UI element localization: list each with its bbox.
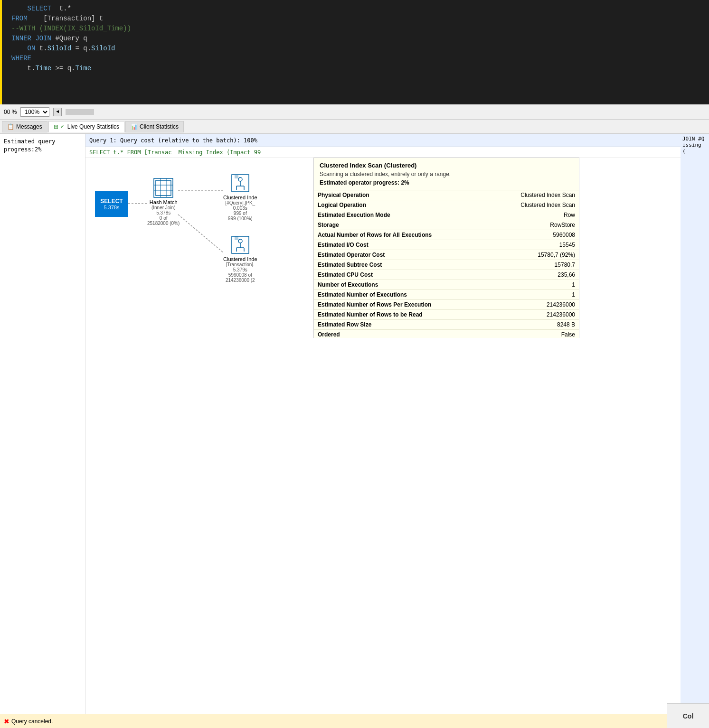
tooltip-row-2: Estimated Execution ModeRow xyxy=(314,210,579,220)
hash-match-rows2: 25182000 (0%) xyxy=(147,221,180,226)
tooltip-title: Clustered Index Scan (Clustered) xyxy=(320,162,573,169)
tooltip-description: Scanning a clustered index, entirely or … xyxy=(320,171,573,177)
query-details: SELECT t.* FROM [Transac Missing Index (… xyxy=(85,147,709,158)
svg-rect-3 xyxy=(154,178,173,197)
tooltip-prop-value-6: 15780,7 (92%) xyxy=(460,250,579,260)
tooltip-prop-value-9: 1 xyxy=(460,280,579,290)
live-query-icon: ⊞ xyxy=(54,123,58,130)
tooltip-prop-value-10: 1 xyxy=(460,290,579,300)
tooltip-prop-value-5: 15545 xyxy=(460,240,579,250)
tooltip-row-14: OrderedFalse xyxy=(314,330,579,338)
scroll-left-button[interactable]: ◄ xyxy=(53,108,62,116)
tooltip-prop-value-4: 5960008 xyxy=(460,230,579,240)
select-node-cost: 5.378s xyxy=(104,205,119,210)
clustered-index-1-cost: 0.003s xyxy=(233,205,247,211)
col-indicator: Col xyxy=(667,703,709,728)
tooltip-row-11: Estimated Number of Rows Per Execution21… xyxy=(314,300,579,310)
tooltip-row-4: Actual Number of Rows for All Executions… xyxy=(314,230,579,240)
tooltip-prop-label-13: Estimated Row Size xyxy=(314,320,460,330)
tab-client-stats-label: Client Statistics xyxy=(140,123,179,130)
tooltip-row-1: Logical OperationClustered Index Scan xyxy=(314,200,579,210)
select-node-label: SELECT xyxy=(100,198,123,205)
hash-match-sublabel: (Inner Join) xyxy=(151,205,176,210)
tooltip-prop-label-12: Estimated Number of Rows to be Read xyxy=(314,310,460,320)
tooltip-prop-value-14: False xyxy=(460,330,579,338)
tabs-row: 📋 Messages ⊞ ✓ Live Query Statistics 📊 C… xyxy=(0,120,709,134)
missing-index-text: Missing Index (Impact 99 xyxy=(179,149,261,156)
scroll-bar[interactable] xyxy=(66,109,94,115)
clustered-index-1-label: Clustered Inde xyxy=(223,195,257,200)
tab-messages[interactable]: 📋 Messages xyxy=(2,121,47,132)
tooltip-row-12: Estimated Number of Rows to be Read21423… xyxy=(314,310,579,320)
clustered-index-1-sublabel: [#Query].[PK_ xyxy=(225,200,255,205)
status-bar: ✖ Query canceled. xyxy=(0,714,709,728)
sql-line-2: FROM [Transaction] t xyxy=(11,14,703,24)
progress-label: progress:2% xyxy=(4,146,81,154)
message-icon: 📋 xyxy=(7,123,14,130)
svg-line-2 xyxy=(178,215,223,252)
tooltip-prop-label-4: Actual Number of Rows for All Executions xyxy=(314,230,460,240)
clustered-index-1-rows2: 999 (100%) xyxy=(228,216,253,221)
clustered-index-2-label: Clustered Inde xyxy=(223,256,257,262)
select-node[interactable]: SELECT 5.378s xyxy=(95,191,128,217)
select-text: SELECT t.* FROM [Transac xyxy=(89,149,171,156)
tooltip-prop-value-7: 15780,7 xyxy=(460,260,579,270)
hash-match-node[interactable]: Hash Match (Inner Join) 5.378s 0 of 2518… xyxy=(147,177,180,226)
tooltip-row-10: Estimated Number of Executions1 xyxy=(314,290,579,300)
clustered-index-1-node[interactable]: Clustered Inde [#Query].[PK_ 0.003s 999 … xyxy=(223,172,257,221)
hash-match-rows: 0 of xyxy=(160,215,168,221)
svg-point-17 xyxy=(238,239,242,243)
tooltip-prop-label-5: Estimated I/O Cost xyxy=(314,240,460,250)
tooltip-prop-value-1: Clustered Index Scan xyxy=(460,200,579,210)
sql-line-6: WHERE xyxy=(11,54,703,64)
clustered-index-2-sublabel: [Transaction]. xyxy=(226,262,255,267)
hash-match-label: Hash Match xyxy=(150,199,178,205)
tooltip-prop-label-3: Storage xyxy=(314,220,460,230)
hash-match-cost: 5.378s xyxy=(156,210,170,215)
sql-editor[interactable]: SELECT t.* FROM [Transaction] t --WITH (… xyxy=(0,0,709,104)
right-overflow-line2: issing ( xyxy=(682,142,707,154)
tooltip-prop-value-11: 214236000 xyxy=(460,300,579,310)
tooltip-panel: Clustered Index Scan (Clustered) Scannin… xyxy=(313,158,579,338)
tooltip-row-8: Estimated CPU Cost235,66 xyxy=(314,270,579,280)
tooltip-prop-label-1: Logical Operation xyxy=(314,200,460,210)
tab-client-statistics[interactable]: 📊 Client Statistics xyxy=(125,121,184,132)
clustered-index-2-cost: 5.379s xyxy=(233,267,247,272)
clustered-index-1-rows: 999 of xyxy=(234,211,247,216)
tooltip-prop-value-13: 8248 B xyxy=(460,320,579,330)
hash-match-icon xyxy=(152,177,175,199)
tooltip-row-0: Physical OperationClustered Index Scan xyxy=(314,190,579,200)
svg-rect-15 xyxy=(235,175,238,178)
right-overflow: JOIN #Q issing ( xyxy=(681,134,709,714)
tooltip-prop-label-2: Estimated Execution Mode xyxy=(314,210,460,220)
tab-live-query-label: Live Query Statistics xyxy=(67,123,119,130)
tooltip-row-9: Number of Executions1 xyxy=(314,280,579,290)
left-panel: Estimated query progress:2% xyxy=(0,134,85,714)
tooltip-prop-value-3: RowStore xyxy=(460,220,579,230)
clustered-index-2-node[interactable]: Clustered Inde [Transaction]. 5.379s 596… xyxy=(223,233,257,283)
tooltip-prop-label-8: Estimated CPU Cost xyxy=(314,270,460,280)
tooltip-progress: Estimated operator progress: 2% xyxy=(320,179,573,186)
tooltip-prop-label-0: Physical Operation xyxy=(314,190,460,200)
tooltip-table: Physical OperationClustered Index ScanLo… xyxy=(314,190,579,338)
zoom-display: 00 % xyxy=(4,109,17,115)
tooltip-row-13: Estimated Row Size8248 B xyxy=(314,320,579,330)
clustered-index-2-rows2: 214236000 (2 xyxy=(226,278,255,283)
plan-container: SELECT 5.378s Hash Match (Inner Join xyxy=(85,158,709,338)
tooltip-row-3: StorageRowStore xyxy=(314,220,579,230)
svg-point-10 xyxy=(238,177,242,181)
plan-area: Query 1: Query cost (relative to the bat… xyxy=(85,134,709,714)
tab-messages-label: Messages xyxy=(16,123,42,130)
tooltip-row-7: Estimated Subtree Cost15780,7 xyxy=(314,260,579,270)
tooltip-header: Clustered Index Scan (Clustered) Scannin… xyxy=(314,158,579,190)
zoom-select[interactable]: 100% 75% 50% xyxy=(20,107,49,117)
live-query-check: ✓ xyxy=(60,123,65,130)
tooltip-prop-label-9: Number of Executions xyxy=(314,280,460,290)
clustered-index-2-rows: 5960008 of xyxy=(228,272,252,278)
sql-line-7: t.Time >= q.Time xyxy=(11,64,703,74)
query-header-text: Query 1: Query cost (relative to the bat… xyxy=(89,137,257,144)
tooltip-prop-value-8: 235,66 xyxy=(460,270,579,280)
tooltip-table-body: Physical OperationClustered Index ScanLo… xyxy=(314,190,579,338)
clustered-index-1-icon xyxy=(229,172,252,195)
tab-live-query-statistics[interactable]: ⊞ ✓ Live Query Statistics xyxy=(48,121,124,132)
